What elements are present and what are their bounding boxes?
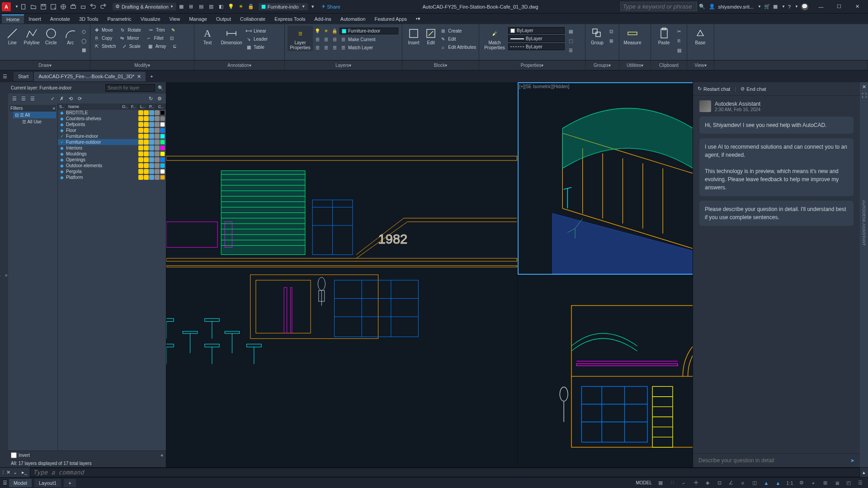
polyline-button[interactable]: Polyline	[22, 26, 42, 46]
help-search-input[interactable]	[620, 2, 697, 11]
layer-state-icons[interactable]	[138, 175, 165, 180]
command-input[interactable]	[30, 468, 860, 477]
end-chat-button[interactable]: ⊘End chat	[741, 86, 766, 92]
layer-tool-5[interactable]: ✗	[58, 95, 65, 102]
block-create-button[interactable]: ⊞Create	[439, 27, 476, 35]
qat-icon-5[interactable]: ◧	[217, 3, 225, 11]
grid-icon[interactable]: ▦	[656, 479, 665, 487]
new-layer-icon[interactable]: ☰	[11, 95, 18, 102]
layer-row[interactable]: ◆Floor	[58, 127, 166, 133]
close-button[interactable]: ✕	[848, 1, 866, 13]
layer-state-icons[interactable]	[138, 122, 165, 127]
menu-tab-automation[interactable]: Automation	[336, 15, 370, 23]
table-button[interactable]: ▦Table	[245, 43, 268, 51]
layer-state-icons[interactable]	[138, 128, 165, 133]
bulb-icon[interactable]: 💡	[227, 3, 235, 11]
minimize-button[interactable]: —	[812, 1, 830, 13]
circle-button[interactable]: Circle	[42, 26, 61, 46]
file-tab-menu-icon[interactable]: ☰	[3, 74, 13, 80]
help-icon[interactable]: ?	[788, 4, 791, 9]
leader-button[interactable]: ↘Leader	[245, 35, 268, 43]
new-icon[interactable]	[19, 3, 28, 11]
layer-tool-6[interactable]: ⟲	[67, 95, 74, 102]
menu-tab-add-ins[interactable]: Add-ins	[310, 15, 336, 23]
invert-filter-row[interactable]: Invert «	[8, 450, 166, 460]
refresh-icon[interactable]: ↻	[147, 95, 154, 102]
menu-tab-3d-tools[interactable]: 3D Tools	[75, 15, 103, 23]
chat-toggle-icon[interactable]: 💬	[801, 3, 808, 10]
layer-tool-3[interactable]: ☰	[29, 95, 36, 102]
filter-all[interactable]: ⊟ ☰ All	[13, 112, 56, 118]
prop-tool-1[interactable]: ▤	[567, 27, 574, 35]
copy-clip-button[interactable]: ⎘	[675, 37, 683, 45]
layer-col-header[interactable]: F..	[130, 104, 139, 109]
menu-tab-featured-apps[interactable]: Featured Apps	[370, 15, 411, 23]
layer-row[interactable]: ◆Counters-shelves	[58, 116, 166, 122]
menu-tab-output[interactable]: Output	[212, 15, 236, 23]
line-button[interactable]: Line	[3, 26, 22, 46]
viewport-left[interactable]: 1982	[166, 82, 517, 467]
layer-panel-strip[interactable]: ✕ ▸ LAYER PROPERTIES MANAGER	[0, 82, 8, 467]
layer-tool-4[interactable]: ✓	[49, 95, 56, 102]
web-icon[interactable]	[59, 3, 67, 11]
cut-button[interactable]: ✂	[675, 27, 683, 35]
send-icon[interactable]: ➤	[850, 458, 854, 464]
cmd-customize-icon[interactable]: ⌄	[13, 469, 17, 475]
block-edit-button[interactable]: Edit	[422, 26, 439, 46]
make-current-button[interactable]: ☰☰☰☰Make Current	[314, 35, 398, 43]
layer-row[interactable]: ◆Platform	[58, 174, 166, 180]
panel-pin-icon[interactable]: ▸	[0, 273, 1, 278]
panel-title-modify[interactable]: Modify ▾	[90, 61, 194, 70]
draw-fly1[interactable]: ⬡	[80, 28, 87, 36]
cmd-expand-icon[interactable]: ▴	[863, 469, 865, 475]
layer-search-icon[interactable]: 🔍	[158, 85, 163, 90]
layer-row[interactable]: ✓Furniture-outdoor	[58, 139, 166, 145]
menu-tab-express-tools[interactable]: Express Tools	[270, 15, 310, 23]
iso-icon[interactable]: ◈	[703, 479, 712, 487]
layer-state-icons[interactable]	[138, 145, 165, 150]
menu-tab-view[interactable]: View	[165, 15, 185, 23]
block-edit2-button[interactable]: ✎Edit	[439, 35, 476, 43]
cmd-close-icon[interactable]: ✕	[6, 469, 10, 475]
open-icon[interactable]	[29, 3, 38, 11]
menu-tab-collaborate[interactable]: Collaborate	[236, 15, 270, 23]
search-icon[interactable]: 🔍	[699, 4, 705, 9]
panel-title-groups[interactable]: Groups ▾	[585, 61, 619, 70]
ortho-icon[interactable]: ⌐	[679, 479, 689, 487]
layer-row[interactable]: ✓Furniture-indoor	[58, 133, 166, 139]
layer-col-header[interactable]: Name	[67, 104, 121, 109]
panel-close-icon[interactable]: ✕	[5, 273, 8, 278]
gear-sb-icon[interactable]: ⚙	[797, 479, 807, 487]
panel-title-draw[interactable]: Draw ▾	[0, 61, 90, 70]
layer-state-icons[interactable]	[138, 163, 165, 168]
workspace-dropdown[interactable]: ⚙ Drafting & Annotation ▼	[113, 3, 176, 10]
layer-properties-button[interactable]: ☰Layer Properties	[288, 26, 313, 51]
menu-tab-manage[interactable]: Manage	[184, 15, 212, 23]
cust-icon[interactable]: ☰	[855, 479, 865, 487]
layer-state-icons[interactable]	[138, 169, 165, 174]
invert-checkbox[interactable]	[11, 452, 17, 458]
maximize-button[interactable]: ☐	[830, 1, 848, 13]
layer-row[interactable]: ◆BRDTITLE	[58, 110, 166, 116]
cmd-handle-icon[interactable]: ⦙	[3, 469, 4, 475]
panel-title-annotation[interactable]: Annotation ▾	[194, 61, 285, 70]
menu-tab-parametric[interactable]: Parametric	[103, 15, 136, 23]
measure-button[interactable]: Measure	[622, 26, 643, 46]
collapse-filters-icon[interactable]: «	[52, 106, 55, 111]
tab-document[interactable]: AutoCAD-FY25_Fire-...-Book-Cafe_01_3D*✕	[34, 72, 146, 81]
filter-all-used[interactable]: ☰ All Use	[20, 118, 56, 125]
layer-col-header[interactable]: P..	[148, 104, 157, 109]
app-icon[interactable]: A	[2, 2, 11, 11]
layer-row[interactable]: ◆Outdoor-elements	[58, 163, 166, 169]
undo-icon[interactable]	[89, 3, 97, 11]
layer-col-header[interactable]: C..	[157, 104, 166, 109]
draw-fly3[interactable]: ▦	[80, 46, 87, 54]
plot-icon[interactable]	[69, 3, 77, 11]
layer-state-icons[interactable]	[138, 134, 165, 139]
layer-state-icons[interactable]	[138, 116, 165, 121]
track-icon[interactable]: ∠	[726, 479, 736, 487]
snap-icon[interactable]: ∷	[667, 479, 677, 487]
layer-tool-7[interactable]: ⟳	[76, 95, 83, 102]
layer-search-input[interactable]	[105, 84, 155, 92]
layer-row[interactable]: ◆Openings	[58, 157, 166, 163]
